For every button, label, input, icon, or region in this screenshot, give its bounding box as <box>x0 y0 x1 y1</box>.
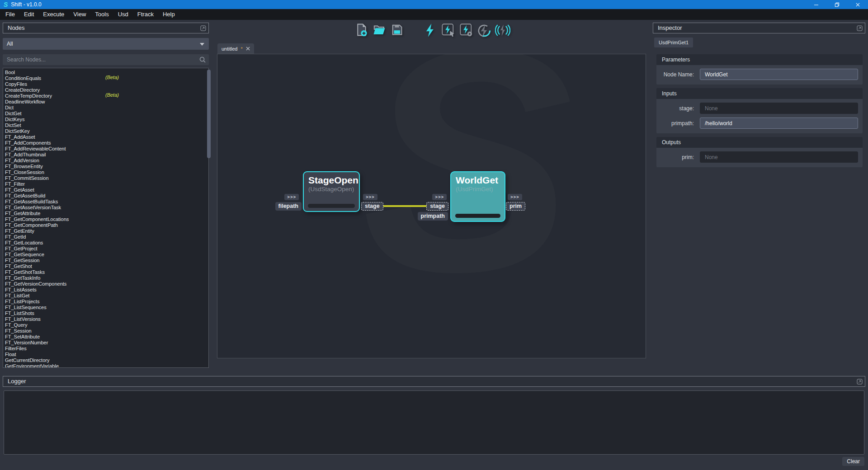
node-type-item[interactable]: FT_ListGet <box>3 292 208 298</box>
save-graph-icon[interactable] <box>391 23 403 37</box>
node-type-item[interactable]: ConditionEquals (Beta) <box>3 75 208 80</box>
node-type-item[interactable]: GetEnvironmentVariable <box>3 362 208 368</box>
node-type-item[interactable]: FT_BrowseEntity <box>3 163 208 169</box>
stageopen-filepath-port[interactable]: filepath <box>275 202 302 211</box>
primpath-input-field[interactable] <box>700 118 858 129</box>
undock-icon[interactable] <box>200 25 206 31</box>
node-type-item[interactable]: DictKeys <box>3 116 208 122</box>
node-type-item[interactable]: FT_AddReviewableContent <box>3 145 208 151</box>
node-type-item[interactable]: FT_GetAttribute <box>3 210 208 216</box>
node-type-item[interactable]: FT_ListVersions <box>3 315 208 321</box>
open-graph-icon[interactable] <box>373 23 386 37</box>
node-type-item[interactable]: GetCurrentDirectory <box>3 357 208 362</box>
logger-panel: Logger Clear <box>0 371 868 470</box>
node-graph-canvas[interactable]: S StageOpen (UsdStageOpen) WorldGet (Usd… <box>217 54 646 358</box>
worldget-prim-out-port[interactable]: prim <box>506 202 525 211</box>
node-type-item[interactable]: FT_ListSequences <box>3 304 208 310</box>
node-type-item[interactable]: FT_GetSequence <box>3 251 208 257</box>
node-type-item[interactable]: FilterFiles <box>3 345 208 351</box>
node-type-item[interactable]: FT_GetComponentLocations <box>3 216 208 221</box>
worldget-stage-in-port[interactable]: stage <box>426 202 448 211</box>
node-type-item[interactable]: DictSet <box>3 122 208 127</box>
node-type-item[interactable]: FT_GetAssetBuild <box>3 192 208 198</box>
node-filter-dropdown[interactable]: All <box>3 38 209 50</box>
node-type-item[interactable]: FT_GetSession <box>3 257 208 263</box>
inspector-tab-usdprimget1[interactable]: UsdPrimGet1 <box>654 38 693 47</box>
node-type-item[interactable]: FT_GetId <box>3 233 208 239</box>
node-type-item[interactable]: FT_GetAssetVersionTask <box>3 204 208 210</box>
stageopen-stage-out-port[interactable]: stage <box>361 202 383 211</box>
node-type-item[interactable]: FT_AddComponents <box>3 139 208 145</box>
node-type-item[interactable]: FT_ListProjects <box>3 298 208 304</box>
node-type-item[interactable]: Dict <box>3 104 208 110</box>
menu-item[interactable]: Ftrack <box>133 9 158 20</box>
node-type-item[interactable]: FT_GetEntity <box>3 227 208 233</box>
logger-title: Logger <box>8 378 26 385</box>
node-type-item[interactable]: FT_Query <box>3 321 208 327</box>
node-type-item[interactable]: Float <box>3 351 208 357</box>
menu-item[interactable]: Usd <box>113 9 133 20</box>
menu-item[interactable]: File <box>1 9 19 20</box>
stageopen-exec-out-port[interactable]: >>> <box>363 194 377 200</box>
node-type-item[interactable]: FT_CloseSession <box>3 169 208 174</box>
minimize-button[interactable] <box>806 0 826 9</box>
auto-execute-icon[interactable] <box>476 23 492 38</box>
node-type-item[interactable]: CreateTempDirectory (Beta) <box>3 92 208 98</box>
node-type-item[interactable]: FT_ListShots <box>3 310 208 315</box>
live-execute-icon[interactable] <box>495 23 510 38</box>
node-type-item[interactable]: CreateDirectory <box>3 86 208 92</box>
node-type-item[interactable]: FT_SetAttribute <box>3 333 208 339</box>
node-type-item[interactable]: FT_GetComponentPath <box>3 221 208 227</box>
node-type-item[interactable]: FT_GetShotTasks <box>3 268 208 274</box>
node-type-item[interactable]: FT_AddThumbnail <box>3 151 208 157</box>
node-type-item[interactable]: FT_GetAsset <box>3 186 208 192</box>
execute-selected-icon[interactable] <box>441 23 456 38</box>
node-type-item[interactable]: FT_AddAsset <box>3 133 208 139</box>
node-name-field[interactable] <box>700 69 858 80</box>
execute-up-to-icon[interactable] <box>459 23 474 38</box>
node-worldget[interactable]: WorldGet (UsdPrimGet) <box>450 171 505 222</box>
node-type-item[interactable]: DeadlineWorkflow <box>3 98 208 104</box>
node-type-item[interactable]: FT_Session <box>3 327 208 333</box>
execute-graph-icon[interactable] <box>425 23 436 38</box>
edge-stage-to-stage[interactable] <box>380 205 429 207</box>
node-stageopen[interactable]: StageOpen (UsdStageOpen) <box>303 171 360 212</box>
chevron-down-icon <box>200 43 204 46</box>
worldget-exec-in-port[interactable]: >>> <box>432 194 447 200</box>
menu-item[interactable]: Tools <box>90 9 113 20</box>
node-status-bar <box>308 204 355 208</box>
node-type-item[interactable]: FT_GetTaskInfo <box>3 274 208 280</box>
close-button[interactable] <box>847 0 868 9</box>
node-type-item[interactable]: FT_GetLocations <box>3 239 208 245</box>
node-type-item[interactable]: FT_VersionNumber <box>3 339 208 345</box>
node-type-item[interactable]: FT_GetAssetBuildTasks <box>3 198 208 204</box>
undock-icon[interactable] <box>857 25 863 31</box>
tab-close-icon[interactable] <box>246 47 250 51</box>
node-type-item[interactable]: FT_Filter <box>3 180 208 186</box>
menu-item[interactable]: Execute <box>38 9 69 20</box>
restore-button[interactable] <box>826 0 847 9</box>
stageopen-exec-in-port[interactable]: >>> <box>284 194 299 200</box>
node-type-item[interactable]: DictSetKey <box>3 127 208 133</box>
node-type-item[interactable]: FT_AddVersion <box>3 157 208 163</box>
logger-clear-button[interactable]: Clear <box>842 457 864 466</box>
undock-icon[interactable] <box>857 379 863 385</box>
menu-item[interactable]: View <box>69 9 90 20</box>
node-type-item[interactable]: FT_GetProject <box>3 245 208 251</box>
node-type-item[interactable]: FT_GetShot <box>3 263 208 268</box>
inspector-header: Inspector <box>653 23 865 33</box>
node-type-item[interactable]: FT_GetVersionComponents <box>3 280 208 286</box>
node-type-item[interactable]: CopyFiles <box>3 80 208 86</box>
graph-tab-untitled[interactable]: untitled * <box>217 43 254 54</box>
worldget-exec-out-port[interactable]: >>> <box>508 194 522 200</box>
list-scrollbar-thumb[interactable] <box>207 70 211 158</box>
node-type-item[interactable]: FT_ListAssets <box>3 286 208 292</box>
worldget-primpath-port[interactable]: primpath <box>418 212 448 221</box>
node-type-item[interactable]: FT_CommitSession <box>3 174 208 180</box>
node-type-item[interactable]: Bool <box>3 69 208 75</box>
menu-item[interactable]: Help <box>158 9 179 20</box>
new-graph-icon[interactable] <box>355 23 368 37</box>
node-type-item[interactable]: DictGet <box>3 110 208 116</box>
menu-item[interactable]: Edit <box>19 9 38 20</box>
search-nodes-input[interactable] <box>3 54 209 65</box>
